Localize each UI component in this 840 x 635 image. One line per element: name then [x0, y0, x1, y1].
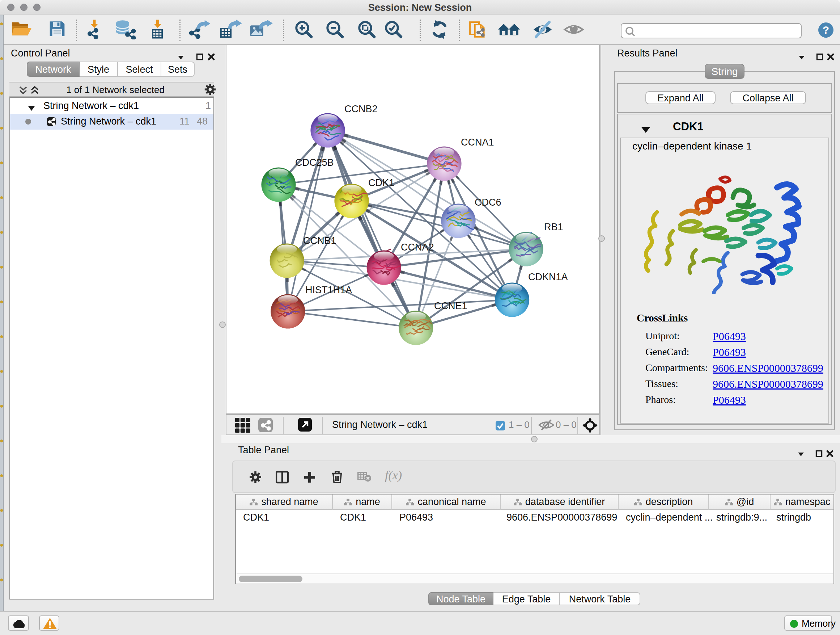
- svg-text:CCNE1: CCNE1: [434, 301, 467, 311]
- svg-text:CDC6: CDC6: [475, 197, 501, 208]
- svg-text:RB1: RB1: [544, 222, 563, 233]
- svg-text:CCNA1: CCNA1: [461, 137, 494, 148]
- svg-text:CDKN1A: CDKN1A: [528, 272, 568, 282]
- svg-text:CDC25B: CDC25B: [295, 157, 334, 168]
- svg-text:CDK1: CDK1: [368, 177, 394, 188]
- svg-text:HIST1H1A: HIST1H1A: [305, 285, 352, 295]
- svg-text:CCNB2: CCNB2: [344, 103, 378, 114]
- svg-text:CCNA2: CCNA2: [401, 242, 434, 253]
- svg-text:CCNB1: CCNB1: [303, 235, 336, 246]
